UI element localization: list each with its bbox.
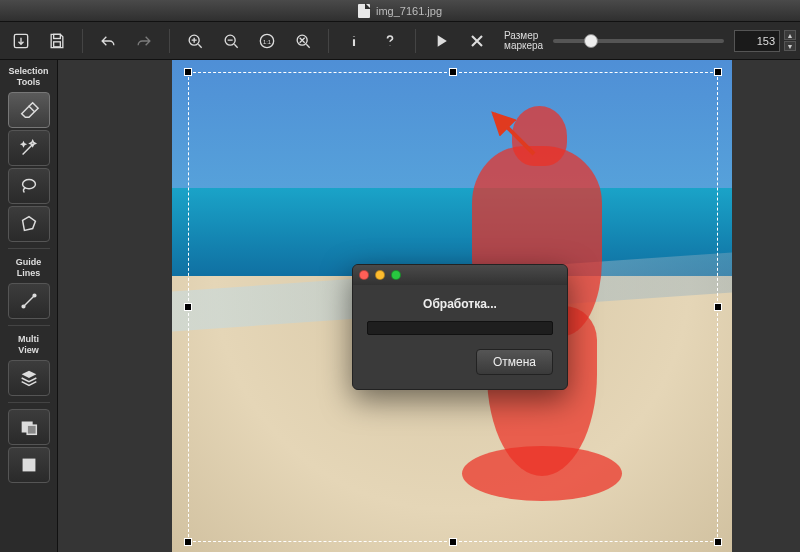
open-button[interactable] xyxy=(4,26,38,56)
section-label-guide: Guide Lines xyxy=(16,257,42,279)
marker-size-input[interactable] xyxy=(734,30,780,52)
svg-rect-13 xyxy=(22,459,35,472)
zoom-out-button[interactable] xyxy=(214,26,248,56)
handle-ml[interactable] xyxy=(184,303,192,311)
info-button[interactable] xyxy=(337,26,371,56)
undo-button[interactable] xyxy=(91,26,125,56)
handle-tl[interactable] xyxy=(184,68,192,76)
main-toolbar: 1:1 Размер маркера ▲ ▼ xyxy=(0,22,800,60)
separator xyxy=(8,248,50,249)
stepper-up[interactable]: ▲ xyxy=(784,30,796,40)
save-button[interactable] xyxy=(40,26,74,56)
handle-mr[interactable] xyxy=(714,303,722,311)
handle-tc[interactable] xyxy=(449,68,457,76)
separator xyxy=(82,29,83,53)
handle-bc[interactable] xyxy=(449,538,457,546)
svg-point-8 xyxy=(22,180,35,189)
traffic-close-icon[interactable] xyxy=(359,270,369,280)
redo-button[interactable] xyxy=(127,26,161,56)
marker-size-stepper: ▲ ▼ xyxy=(784,30,796,51)
main-area: Selection Tools Guide Lines Multi View xyxy=(0,60,800,552)
separator xyxy=(169,29,170,53)
stepper-down[interactable]: ▼ xyxy=(784,41,796,51)
svg-rect-12 xyxy=(27,425,36,434)
section-label-selection: Selection Tools xyxy=(8,66,48,88)
separator xyxy=(328,29,329,53)
marker-size-slider[interactable] xyxy=(553,39,724,43)
tool-lasso[interactable] xyxy=(8,168,50,204)
left-sidebar: Selection Tools Guide Lines Multi View xyxy=(0,60,58,552)
progress-bar xyxy=(367,321,553,335)
canvas-area[interactable]: Обработка... Отмена xyxy=(58,60,800,552)
handle-br[interactable] xyxy=(714,538,722,546)
traffic-minimize-icon[interactable] xyxy=(375,270,385,280)
tool-magic-wand[interactable] xyxy=(8,130,50,166)
zoom-actual-button[interactable]: 1:1 xyxy=(250,26,284,56)
handle-tr[interactable] xyxy=(714,68,722,76)
dialog-body: Обработка... Отмена xyxy=(353,285,567,389)
dialog-cancel-button[interactable]: Отмена xyxy=(476,349,553,375)
svg-rect-1 xyxy=(54,34,61,38)
marker-size-label: Размер маркера xyxy=(504,31,543,51)
processing-dialog: Обработка... Отмена xyxy=(352,264,568,390)
tool-eraser[interactable] xyxy=(8,92,50,128)
run-button[interactable] xyxy=(424,26,458,56)
separator xyxy=(415,29,416,53)
view-side-by-side[interactable] xyxy=(8,409,50,445)
section-label-multi: Multi View xyxy=(18,334,39,356)
marker-size-slider-wrap xyxy=(545,39,732,43)
svg-text:1:1: 1:1 xyxy=(263,38,271,44)
svg-rect-2 xyxy=(54,41,61,46)
document-icon xyxy=(358,4,370,18)
zoom-fit-button[interactable] xyxy=(286,26,320,56)
cancel-run-button[interactable] xyxy=(460,26,494,56)
separator xyxy=(8,325,50,326)
dialog-title: Обработка... xyxy=(367,297,553,311)
separator xyxy=(8,402,50,403)
tool-polygonal-lasso[interactable] xyxy=(8,206,50,242)
window-title: img_7161.jpg xyxy=(376,5,442,17)
dialog-titlebar[interactable] xyxy=(353,265,567,285)
window-titlebar: img_7161.jpg xyxy=(0,0,800,22)
tool-guide-line[interactable] xyxy=(8,283,50,319)
tool-layers[interactable] xyxy=(8,360,50,396)
help-button[interactable] xyxy=(373,26,407,56)
handle-bl[interactable] xyxy=(184,538,192,546)
view-single[interactable] xyxy=(8,447,50,483)
traffic-zoom-icon[interactable] xyxy=(391,270,401,280)
zoom-in-button[interactable] xyxy=(178,26,212,56)
